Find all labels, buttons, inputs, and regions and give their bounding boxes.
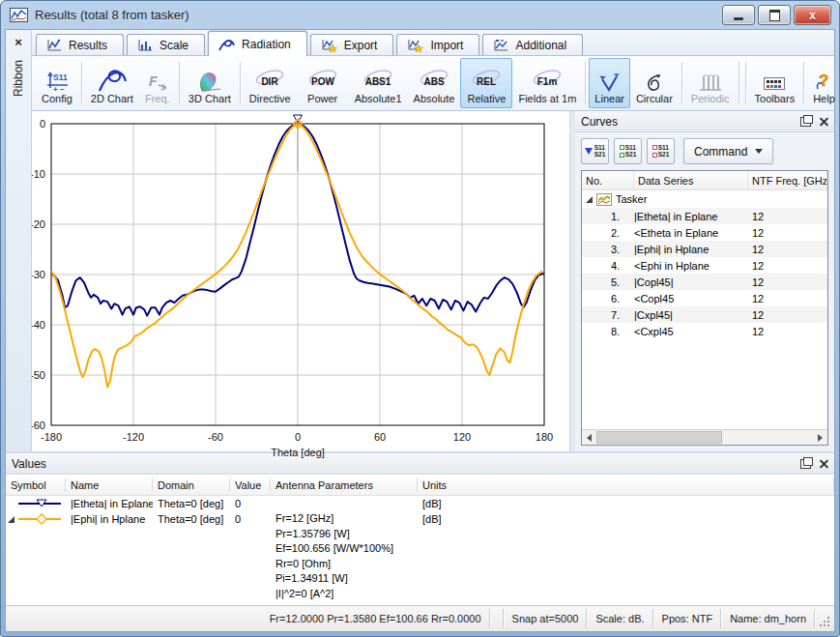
float-panel-icon[interactable] (800, 117, 811, 127)
ribbon-strip-close-button[interactable]: × (10, 33, 27, 50)
toolbars-icon (762, 67, 787, 93)
ribbon-button-periodic: Periodic (685, 58, 736, 108)
svg-text:S11: S11 (53, 72, 68, 82)
checkbox-mark-icon (652, 145, 657, 150)
curves-row-3[interactable]: 3.|Ephi| in Hplane12 (582, 241, 827, 257)
ribbon-button-3d-chart[interactable]: 3D Chart (183, 58, 237, 108)
ribbon-button-label: Periodic (691, 93, 730, 104)
ribbon-group-separator (179, 62, 180, 104)
column-header[interactable]: No. (582, 171, 634, 189)
periodic-icon (697, 67, 724, 93)
ribbon-group-separator (81, 62, 82, 104)
select-s11-s21-green-button[interactable]: S11S21 (614, 138, 642, 164)
curves-row-7[interactable]: 7.|Cxpl45|12 (582, 306, 827, 323)
column-header[interactable]: Symbol (6, 478, 66, 492)
column-header[interactable]: Data Series (634, 171, 748, 189)
svg-text:?: ? (819, 72, 828, 90)
row-expanded-icon[interactable] (8, 516, 14, 523)
data-series-name: |Copl45| (634, 276, 748, 288)
tab-export[interactable]: Export (310, 34, 394, 55)
row-number: 7. (582, 309, 634, 321)
series-symbol-triangle-down-icon (17, 498, 62, 509)
curves-table-header: No.Data SeriesNTF Freq. [GHz] (582, 171, 827, 190)
curves-table-body: Tasker1.|Etheta| in Eplane122.<Etheta in… (582, 190, 827, 429)
svg-text:0: 0 (295, 431, 301, 443)
tab-scale[interactable]: Scale (127, 34, 205, 55)
circular-icon (643, 67, 666, 93)
column-header[interactable]: Value (230, 478, 271, 492)
curves-row-5[interactable]: 5.|Copl45|12 (582, 274, 827, 290)
data-series-name: |Etheta| in Eplane (634, 211, 748, 222)
scrollbar-thumb[interactable] (596, 431, 722, 444)
status-segment-5: Ppos: NTF (654, 606, 721, 631)
tab-results[interactable]: Results (36, 34, 124, 55)
select-s11-s21-red-button[interactable]: S11S21 (647, 138, 675, 164)
title-bar[interactable]: Results (total 8 from tasker) x (1, 1, 839, 29)
status-segment-4: Scale: dB. (588, 606, 652, 631)
minimize-button[interactable] (722, 5, 755, 25)
s-parameter-label: S21 (594, 152, 606, 159)
ribbon-button-directive[interactable]: DIRDirective (244, 58, 297, 108)
curves-row-6[interactable]: 6.<Copl4512 (582, 290, 827, 306)
resize-grip[interactable] (816, 606, 834, 631)
ribbon-button-fields-at-1m[interactable]: F1mFields at 1m (512, 58, 582, 108)
ribbon-button-help[interactable]: ?Help (807, 58, 840, 108)
tab-additional[interactable]: Additional (482, 34, 583, 55)
command-dropdown-button[interactable]: Command (683, 138, 773, 164)
curves-row-2[interactable]: 2.<Etheta in Eplane12 (582, 224, 827, 241)
scroll-left-button[interactable] (582, 430, 596, 445)
ribbon-button-power[interactable]: POWPower (297, 58, 349, 108)
ribbon-button-absolute1[interactable]: ABS1Absolute1 (349, 58, 408, 108)
close-panel-icon[interactable] (820, 117, 828, 126)
column-header[interactable]: Units (418, 478, 834, 492)
status-bar: Fr=12.0000 Pr=1.3580 Ef=100.66 Rr=0.0000… (6, 605, 834, 631)
curves-group-tasker[interactable]: Tasker (582, 190, 827, 208)
scroll-right-button[interactable] (813, 430, 827, 445)
svg-text:DIR: DIR (262, 76, 279, 87)
column-header[interactable]: Antenna Parameters (271, 478, 418, 492)
tree-expanded-icon[interactable] (586, 196, 593, 203)
ribbon-button-label: Linear (594, 93, 624, 104)
series-name: |Etheta| in Eplane (66, 496, 153, 511)
ribbon-button-label: Power (307, 93, 337, 104)
tab-import[interactable]: Import (396, 34, 479, 55)
svg-text:-60: -60 (32, 420, 45, 431)
power-icon: POW (303, 67, 343, 93)
svg-text:60: 60 (374, 431, 386, 443)
ribbon-button-toolbars[interactable]: Toolbars (749, 58, 801, 108)
values-row-1[interactable]: |Etheta| in EplaneTheta=0 [deg]0[dB] (6, 496, 834, 511)
ribbon-button-absolute[interactable]: ABSAbsolute (408, 58, 461, 108)
ribbon-group-separator (240, 62, 241, 104)
ribbon-button-circular[interactable]: Circular (630, 58, 679, 108)
ribbon-button-label: Help (813, 93, 835, 104)
curves-row-1[interactable]: 1.|Etheta| in Eplane12 (582, 208, 827, 224)
ribbon-button-label: Freq. (145, 93, 170, 104)
radiation-pattern-chart[interactable]: 0-10-20-30-40-50-60-180-120-60060120180T… (32, 111, 575, 463)
scrollbar-track[interactable] (596, 430, 813, 445)
domain-value: Theta=0 [deg] (153, 496, 230, 511)
scale-tab-icon (136, 39, 153, 52)
ntf-frequency: 12 (748, 260, 827, 272)
radiation-tab-icon (217, 38, 235, 51)
add-s11-s21-button[interactable]: S11S21 (581, 138, 609, 164)
curves-row-4[interactable]: 4.<Ephi in Hplane12 (582, 257, 827, 274)
curves-table-hscrollbar[interactable] (582, 429, 827, 445)
ribbon-button-label: Relative (468, 93, 507, 104)
column-header[interactable]: Name (66, 478, 153, 492)
close-button[interactable]: x (794, 5, 831, 25)
ribbon-button-linear[interactable]: Linear (589, 58, 630, 108)
ntf-frequency: 12 (748, 293, 827, 304)
values-row-2[interactable]: |Ephi| in HplaneTheta=0 [deg]0Fr=12 [GHz… (6, 511, 834, 601)
column-header[interactable]: NTF Freq. [GHz] (748, 171, 827, 189)
tab-radiation[interactable]: Radiation (208, 31, 307, 56)
close-panel-icon[interactable] (820, 459, 828, 468)
row-number: 3. (582, 244, 634, 255)
ribbon-button-label: 2D Chart (91, 93, 133, 104)
restore-button[interactable] (758, 5, 791, 25)
column-header[interactable]: Domain (153, 478, 230, 492)
float-panel-icon[interactable] (800, 459, 811, 469)
ribbon-button-relative[interactable]: RELRelative (460, 58, 512, 108)
ribbon-button-2d-chart[interactable]: 2D Chart (85, 58, 139, 108)
ribbon-button-config[interactable]: S11+ −Config (36, 58, 78, 108)
curves-row-8[interactable]: 8.<Cxpl4512 (582, 323, 827, 339)
